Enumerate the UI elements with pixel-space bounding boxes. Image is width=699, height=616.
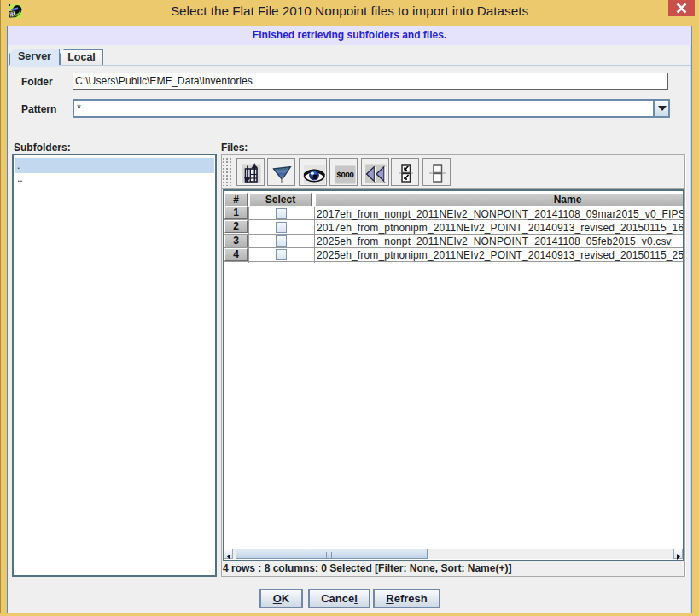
svg-text:$000: $000 xyxy=(337,170,354,179)
